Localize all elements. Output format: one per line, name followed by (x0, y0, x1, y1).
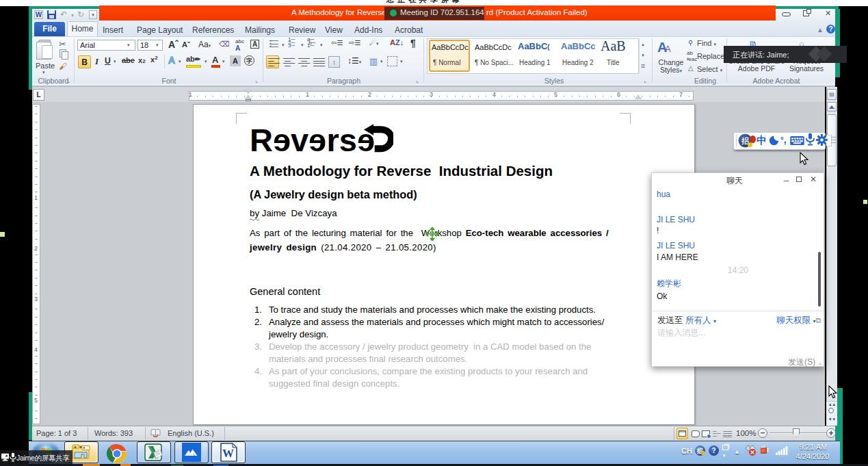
svg-text:W: W (222, 447, 234, 460)
